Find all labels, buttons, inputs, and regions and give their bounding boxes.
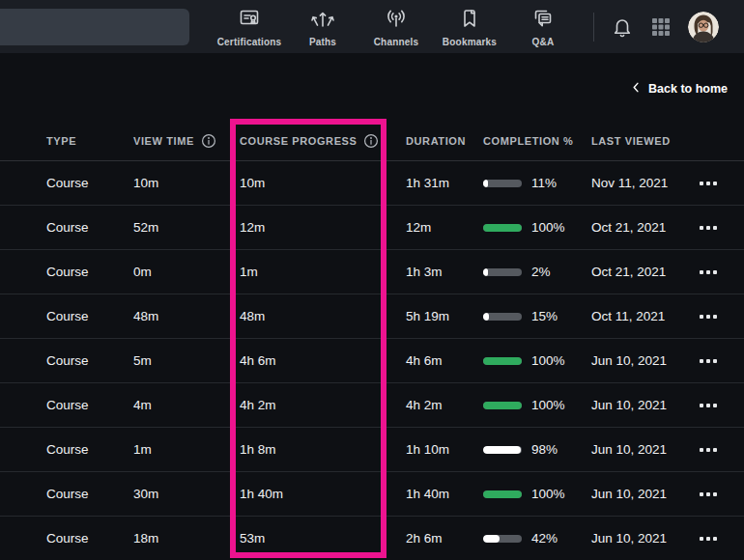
cell-duration: 1h 31m [406,176,483,190]
cell-last-viewed: Nov 11, 2021 [591,176,691,190]
cell-course-progress: 53m [240,531,406,546]
nav-label: Q&A [532,37,555,47]
top-bar: Certifications Paths Channe [0,0,744,53]
row-menu-button[interactable] [691,294,744,338]
completion-percent: 100% [531,353,565,368]
cell-last-viewed: Jun 10, 2021 [591,353,691,368]
nav-item-paths[interactable]: Paths [286,7,359,47]
cell-completion: 100% [483,398,591,412]
table-header: TYPE VIEW TIME COURSE PROGRESS DURATION … [0,121,744,161]
progress-bar-fill [483,357,522,365]
nav-label: Paths [309,37,336,47]
info-icon[interactable] [363,133,379,149]
table-row: Course 10m 10m 1h 31m 11% Nov 11, 2021 [0,161,744,206]
row-menu-button[interactable] [691,383,744,427]
nav-item-qa[interactable]: Q&A [506,7,580,47]
progress-bar-fill [483,224,522,232]
cell-course-progress: 1h 40m [240,487,406,501]
cell-duration: 1h 3m [406,265,483,279]
row-menu-button[interactable] [691,472,744,516]
cell-type: Course [46,442,133,457]
progress-bar-fill [483,402,522,409]
table-body: Course 10m 10m 1h 31m 11% Nov 11, 2021 C… [0,161,744,560]
info-icon[interactable] [201,133,216,149]
completion-percent: 11% [531,176,557,190]
cell-duration: 4h 6m [406,353,483,368]
table-row: Course 48m 48m 5h 19m 15% Oct 11, 2021 [0,294,744,339]
table-row: Course 18m 53m 2h 6m 42% Jun 10, 2021 [0,517,744,560]
table-row: Course 52m 12m 12m 100% Oct 21, 2021 [0,206,744,250]
back-to-home-link[interactable]: Back to home [631,82,728,96]
nav-item-certifications[interactable]: Certifications [213,7,286,47]
nav-label: Bookmarks [443,37,497,47]
row-menu-button[interactable] [691,161,744,205]
cell-course-progress: 4h 6m [240,353,406,368]
back-link-label: Back to home [648,82,728,96]
bookmarks-icon [458,7,481,34]
progress-bar-fill [483,535,500,543]
cell-completion: 11% [483,176,591,190]
cell-duration: 2h 6m [406,531,483,546]
col-header-course-progress: COURSE PROGRESS [240,133,406,149]
cell-last-viewed: Jun 10, 2021 [591,487,691,501]
search-input[interactable] [0,9,189,45]
cell-completion: 100% [483,220,591,235]
cell-completion: 100% [483,487,591,501]
row-menu-button[interactable] [691,339,744,382]
cell-view-time: 10m [133,176,240,190]
cell-type: Course [46,220,133,235]
cell-completion: 15% [483,309,591,323]
table-row: Course 4m 4h 2m 4h 2m 100% Jun 10, 2021 [0,383,744,428]
progress-bar-fill [483,490,522,498]
cell-view-time: 18m [133,531,240,546]
progress-bar [483,268,522,276]
cell-view-time: 4m [133,398,240,412]
progress-bar-fill [483,313,489,321]
row-menu-button[interactable] [691,428,744,471]
grid-icon [649,15,672,39]
avatar[interactable] [688,12,719,42]
nav-label: Certifications [217,37,282,47]
col-header-last-viewed: LAST VIEWED [591,135,691,147]
cell-completion: 42% [483,531,591,546]
completion-percent: 100% [531,398,565,412]
progress-bar [483,180,522,187]
col-header-view-time: VIEW TIME [133,133,240,149]
cell-course-progress: 1h 8m [240,442,406,457]
cell-type: Course [46,265,133,279]
apps-grid-button[interactable] [649,15,672,39]
cell-type: Course [46,398,133,412]
top-nav: Certifications Paths Channe [213,7,580,47]
cell-view-time: 48m [133,309,240,323]
cell-duration: 1h 10m [406,442,483,457]
notifications-button[interactable] [611,15,634,39]
nav-item-channels[interactable]: Channels [359,7,433,47]
history-table: TYPE VIEW TIME COURSE PROGRESS DURATION … [0,121,744,560]
cell-completion: 2% [483,265,591,279]
progress-bar [483,224,522,232]
certifications-icon [238,7,261,34]
cell-course-progress: 4h 2m [240,398,406,412]
table-row: Course 30m 1h 40m 1h 40m 100% Jun 10, 20… [0,472,744,517]
back-row: Back to home [0,53,744,121]
table-row: Course 1m 1h 8m 1h 10m 98% Jun 10, 2021 [0,428,744,472]
topbar-divider [593,13,594,42]
cell-course-progress: 10m [240,176,406,190]
qa-icon [531,7,555,34]
completion-percent: 42% [531,531,558,546]
completion-percent: 100% [531,220,565,235]
cell-duration: 1h 40m [406,487,483,501]
row-menu-button[interactable] [691,250,744,294]
nav-item-bookmarks[interactable]: Bookmarks [433,7,506,47]
completion-percent: 98% [531,442,558,457]
cell-view-time: 0m [133,265,240,279]
cell-last-viewed: Oct 21, 2021 [591,265,691,279]
row-menu-button[interactable] [691,206,744,249]
progress-bar [483,313,522,321]
col-header-completion: COMPLETION % [483,135,591,147]
progress-bar [483,490,522,498]
row-menu-button[interactable] [691,517,744,560]
cell-duration: 5h 19m [406,309,483,323]
progress-bar-fill [483,446,521,454]
progress-bar-fill [483,268,488,276]
